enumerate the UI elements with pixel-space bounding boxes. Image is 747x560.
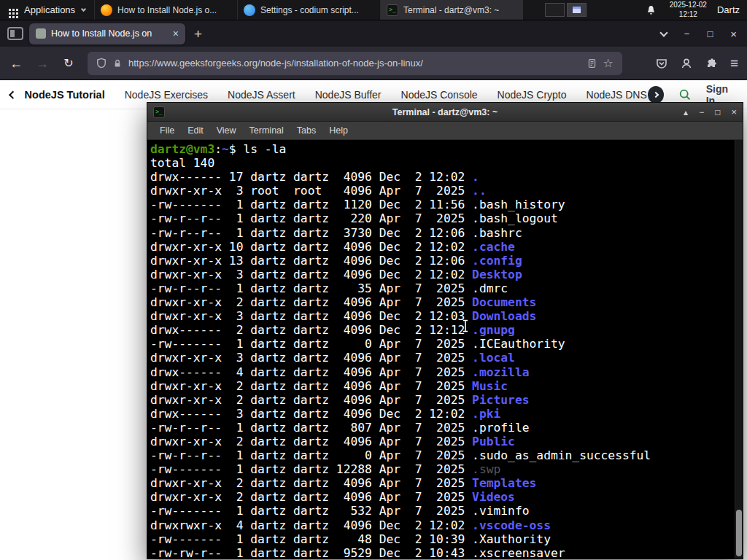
tab-close-icon[interactable]: ×	[173, 28, 179, 39]
terminal-line: -rw-r--r-- 1 dartz dartz 807 Apr 7 2025 …	[150, 421, 732, 435]
terminal-line: drwxr-xr-x 3 dartz dartz 4096 Dec 2 12:0…	[150, 309, 732, 323]
terminal-line: drwxr-xr-x 3 dartz dartz 4096 Dec 2 12:0…	[150, 268, 732, 281]
reload-button[interactable]: ↻	[61, 58, 76, 69]
mouse-cursor-ibeam	[461, 319, 470, 332]
terminal-app-icon: >_	[153, 106, 165, 118]
terminal-menubar: FileEditViewTerminalTabsHelp	[147, 122, 743, 140]
terminal-line: drwx------ 2 dartz dartz 4096 Dec 2 12:1…	[150, 323, 732, 337]
taskbar: How to Install Node.js o...Settings - co…	[94, 0, 523, 20]
applications-label: Applications	[24, 4, 75, 15]
gfg-nav-link[interactable]: NodeJS Crypto	[498, 89, 567, 101]
terminal-scrollbar[interactable]	[735, 140, 743, 559]
gfg-nav-link[interactable]: NodeJS Console	[401, 89, 478, 101]
firefox-view-icon[interactable]	[7, 27, 23, 40]
terminal-close-button[interactable]: ×	[731, 107, 737, 117]
firefox-icon	[101, 4, 112, 16]
window-icon	[573, 7, 581, 13]
terminal-line: drwxr-xr-x 2 dartz dartz 4096 Apr 7 2025…	[150, 490, 732, 504]
account-icon[interactable]	[681, 58, 692, 69]
browser-tab[interactable]: How to Install Node.js on ×	[29, 23, 185, 44]
gfg-nav-link[interactable]: NodeJS Exercises	[125, 89, 208, 101]
gfg-nav-links: NodeJS TutorialNodeJS ExercisesNodeJS As…	[25, 89, 648, 101]
terminal-line: -rw-r--r-- 1 dartz dartz 3730 Dec 2 12:0…	[150, 226, 732, 240]
taskbar-item-label: How to Install Node.js o...	[117, 5, 217, 15]
url-bar[interactable]: https://www.geeksforgeeks.org/node-js/in…	[88, 52, 622, 75]
gfg-right-chevron-button[interactable]	[648, 86, 664, 104]
terminal-menu-terminal[interactable]: Terminal	[243, 125, 290, 136]
terminal-scrollbar-thumb[interactable]	[736, 510, 742, 556]
terminal-line: -rw------- 1 dartz dartz 1120 Dec 2 11:5…	[150, 198, 732, 211]
gfg-search-icon[interactable]	[678, 88, 692, 102]
terminal-line: -rw-r--r-- 1 dartz dartz 0 Apr 7 2025 .s…	[150, 448, 732, 462]
toolbar-right-icons: ≡	[656, 56, 738, 70]
codium-icon	[244, 4, 255, 16]
reader-mode-icon[interactable]	[587, 58, 597, 69]
terminal-title: Terminal - dartz@vm3: ~	[147, 107, 743, 117]
browser-maximize-button[interactable]: □	[707, 29, 713, 39]
terminal-line: -rw------- 1 dartz dartz 48 Dec 2 10:39 …	[150, 532, 732, 546]
terminal-menu-view[interactable]: View	[210, 125, 243, 136]
terminal-menu-file[interactable]: File	[153, 125, 181, 136]
terminal-line: drwxr-xr-x 3 dartz dartz 4096 Apr 7 2025…	[150, 351, 732, 365]
terminal-line: drwx------ 17 dartz dartz 4096 Dec 2 12:…	[150, 170, 732, 184]
tab-title: How to Install Node.js on	[51, 28, 168, 39]
taskbar-item[interactable]: Settings - codium script...	[237, 0, 380, 20]
terminal-menu-tabs[interactable]: Tabs	[290, 125, 322, 136]
terminal-line: total 140	[150, 156, 732, 170]
terminal-maximize-button[interactable]: □	[715, 108, 720, 117]
terminal-line: drwxr-xr-x 2 dartz dartz 4096 Apr 7 2025…	[150, 295, 732, 309]
taskbar-item[interactable]: >_Terminal - dartz@vm3: ~	[380, 0, 523, 20]
notification-bell-button[interactable]	[638, 0, 664, 20]
terminal-line: drwxr-xr-x 2 dartz dartz 4096 Apr 7 2025…	[150, 379, 732, 393]
terminal-line: drwx------ 3 dartz dartz 4096 Dec 2 12:0…	[150, 407, 732, 421]
workspace-2[interactable]	[567, 3, 587, 17]
browser-tab-bar: How to Install Node.js on × + − □ ×	[0, 20, 747, 47]
list-tabs-chevron-icon[interactable]	[659, 28, 667, 36]
terminal-line: -rw-rw-r-- 1 dartz dartz 9529 Dec 2 10:4…	[150, 546, 732, 559]
terminal-minimize-button[interactable]: −	[699, 108, 704, 117]
browser-close-button[interactable]: ×	[730, 28, 737, 39]
terminal-icon: >_	[387, 4, 398, 16]
panel-spacer	[587, 0, 638, 20]
browser-toolbar: ← → ↻ https://www.geeksforgeeks.org/node…	[0, 47, 747, 80]
taskbar-item-label: Terminal - dartz@vm3: ~	[403, 5, 499, 15]
terminal-window: >_ Terminal - dartz@vm3: ~ ▴ − □ × FileE…	[147, 102, 743, 559]
forward-button[interactable]: →	[35, 57, 50, 70]
workspace-switcher[interactable]	[545, 0, 587, 20]
tab-favicon-icon	[36, 28, 46, 39]
new-tab-button[interactable]: +	[194, 27, 202, 41]
terminal-menu-help[interactable]: Help	[322, 125, 355, 136]
menu-hamburger-icon[interactable]: ≡	[730, 56, 738, 70]
terminal-line: drwx------ 4 dartz dartz 4096 Apr 7 2025…	[150, 365, 732, 379]
bell-icon	[646, 4, 657, 16]
top-panel: Applications How to Install Node.js o...…	[0, 0, 747, 20]
lock-icon[interactable]	[113, 58, 122, 69]
applications-grid-icon	[9, 9, 11, 11]
applications-menu-button[interactable]: Applications	[0, 0, 94, 20]
workspace-1[interactable]	[545, 3, 565, 17]
url-text[interactable]: https://www.geeksforgeeks.org/node-js/in…	[128, 58, 581, 69]
tabbar-right-controls: − □ ×	[661, 28, 740, 39]
gfg-nav-link[interactable]: NodeJS Buffer	[315, 89, 382, 101]
bookmark-star-icon[interactable]: ☆	[603, 58, 614, 69]
taskbar-item-label: Settings - codium script...	[260, 5, 359, 15]
extensions-puzzle-icon[interactable]	[705, 58, 717, 69]
taskbar-item[interactable]: How to Install Node.js o...	[94, 0, 237, 20]
terminal-titlebar[interactable]: >_ Terminal - dartz@vm3: ~ ▴ − □ ×	[147, 103, 743, 122]
terminal-menu-edit[interactable]: Edit	[181, 125, 210, 136]
terminal-body[interactable]: dartz@vm3:~$ ls -latotal 140drwx------ 1…	[147, 140, 743, 559]
terminal-shade-button[interactable]: ▴	[684, 108, 688, 117]
gfg-nav-link[interactable]: NodeJS Assert	[228, 89, 295, 101]
browser-minimize-button[interactable]: −	[684, 29, 690, 39]
gfg-nav-link[interactable]: NodeJS Tutorial	[25, 89, 105, 101]
back-button[interactable]: ←	[9, 57, 23, 70]
gfg-left-chevron-icon[interactable]	[9, 90, 17, 98]
tracking-shield-icon[interactable]	[96, 58, 107, 69]
terminal-line: drwxr-xr-x 10 dartz dartz 4096 Dec 2 12:…	[150, 240, 732, 254]
terminal-line: -rw-r--r-- 1 dartz dartz 220 Apr 7 2025 …	[150, 211, 732, 225]
pocket-icon[interactable]	[656, 58, 667, 69]
terminal-line: -rw------- 1 dartz dartz 12288 Apr 7 202…	[150, 462, 732, 476]
terminal-line: drwxrwxr-x 4 dartz dartz 4096 Dec 2 12:0…	[150, 518, 732, 532]
panel-clock[interactable]: 2025-12-02 12:12	[664, 0, 713, 20]
gfg-nav-link[interactable]: NodeJS DNS	[587, 89, 647, 101]
